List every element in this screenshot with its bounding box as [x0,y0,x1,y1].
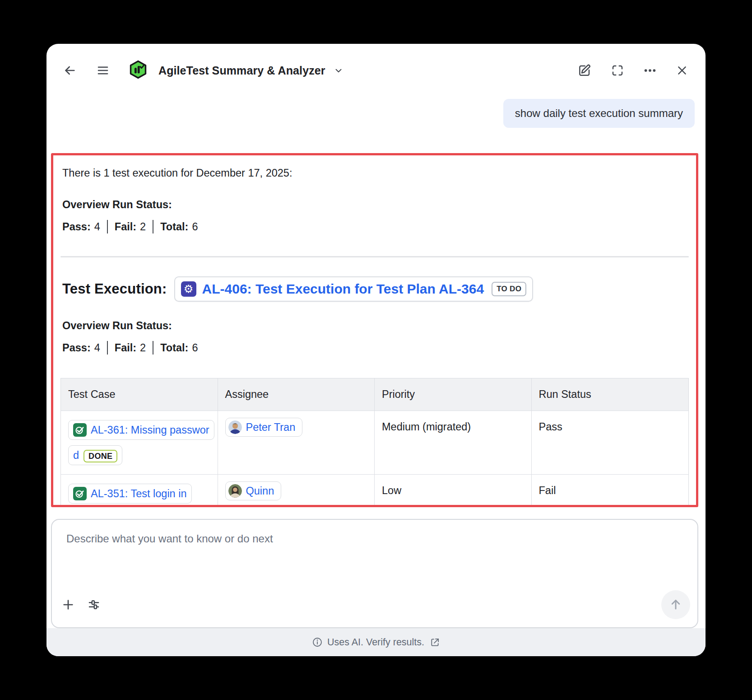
column-header-run-status: Run Status [532,378,689,411]
agiletest-logo-icon [128,60,149,81]
topbar-actions [577,63,688,78]
fullscreen-icon [611,64,624,77]
menu-button[interactable] [96,64,110,77]
test-case-link-chip[interactable]: AL-351: Test login in [68,484,192,504]
issue-link[interactable]: AL-406: Test Execution for Test Plan AL-… [202,281,484,297]
sliders-icon [87,598,101,611]
response-intro: There is 1 test execution for December 1… [62,165,689,181]
test-execution-row: Test Execution: ⚙ AL-406: Test Execution… [62,276,689,302]
fail-label: Fail: [115,340,136,355]
done-status-badge: DONE [84,450,117,462]
total-label: Total: [160,219,188,234]
test-execution-icon: ⚙ [181,281,196,297]
edit-pencil-icon [577,63,592,78]
test-case-link-chip[interactable]: AL-361: Missing passwordDONE [68,420,214,465]
composer-toolbar [52,590,697,627]
test-results-table: Test Case Assignee Priority Run Status A… [60,378,689,507]
user-message-bubble: show daily test execution summary [503,99,695,128]
stat-separator [153,220,153,233]
back-button[interactable] [63,63,77,78]
overview-run-status-label: Overview Run Status: [62,318,689,333]
expand-button[interactable] [611,64,624,77]
todo-status-badge: TO DO [492,282,526,296]
pass-value: 4 [94,340,100,355]
close-icon [676,64,688,77]
pass-value: 4 [94,219,100,234]
disclaimer-text: Uses AI. Verify results. [327,637,424,648]
gear-icon: ⚙ [184,281,194,297]
avatar-quinn [228,484,242,498]
add-attachment-button[interactable] [61,597,75,612]
close-button[interactable] [676,64,688,77]
assignee-cell: Quinn [218,475,375,507]
table-row: AL-361: Missing passwordDONE [61,411,218,475]
more-options-button[interactable] [643,64,657,77]
test-case-icon [73,420,87,434]
column-header-assignee: Assignee [218,378,375,411]
priority-cell: Low [375,475,532,507]
total-value: 6 [192,340,198,355]
info-icon [312,637,323,648]
plus-icon [61,597,75,612]
fail-value: 2 [140,340,146,355]
issue-link-chip[interactable]: ⚙ AL-406: Test Execution for Test Plan A… [174,276,534,302]
app-window: AgileTest Summary & Analyzer [46,44,706,656]
section-divider [60,256,689,257]
title-dropdown-button[interactable] [334,65,344,75]
assignee-chip[interactable]: Peter Tran [225,418,303,437]
run-status-stats: Pass: 4 Fail: 2 Total: 6 [62,340,689,355]
test-case-icon [73,484,87,498]
window-header: AgileTest Summary & Analyzer [46,44,706,82]
assignee-chip[interactable]: Quinn [225,481,282,500]
message-composer [51,519,698,628]
chat-area: show daily test execution summary There … [46,82,706,628]
test-case-link[interactable]: AL-351: Test login in [91,488,187,499]
table-row: AL-351: Test login in [61,475,218,507]
external-link-button[interactable] [430,637,440,648]
assignee-cell: Peter Tran [218,411,375,475]
fail-label: Fail: [115,219,136,234]
total-label: Total: [160,340,188,355]
highlighted-response-region: There is 1 test execution for December 1… [51,153,698,507]
composer-input[interactable] [65,532,684,590]
up-arrow-icon [668,597,683,613]
stat-separator [107,341,108,355]
column-header-priority: Priority [375,378,532,411]
new-chat-button[interactable] [577,63,592,78]
fail-value: 2 [140,219,146,234]
run-status-cell: Fail [532,475,689,507]
overview-run-status-label: Overview Run Status: [62,197,689,212]
pass-label: Pass: [62,219,91,234]
screen-background: AgileTest Summary & Analyzer [0,0,752,700]
chevron-down-icon [334,65,344,75]
back-arrow-icon [63,63,77,78]
pass-label: Pass: [62,340,91,355]
app-title: AgileTest Summary & Analyzer [158,64,325,77]
priority-cell: Medium (migrated) [375,411,532,475]
assignee-link[interactable]: Peter Tran [246,421,296,434]
settings-button[interactable] [87,598,101,611]
stat-separator [153,341,153,355]
ai-disclaimer-footer: Uses AI. Verify results. [46,628,706,656]
stat-separator [107,220,108,233]
column-header-test-case: Test Case [61,378,218,411]
send-button[interactable] [661,590,690,619]
assignee-link[interactable]: Quinn [246,485,274,497]
avatar-peter-tran [228,420,242,434]
run-status-stats: Pass: 4 Fail: 2 Total: 6 [62,219,689,234]
ellipsis-icon [643,64,657,77]
test-execution-heading: Test Execution: [62,281,167,297]
external-link-icon [430,637,440,648]
total-value: 6 [192,219,198,234]
hamburger-icon [96,64,110,77]
user-message-row: show daily test execution summary [51,99,695,128]
run-status-cell: Pass [532,411,689,475]
